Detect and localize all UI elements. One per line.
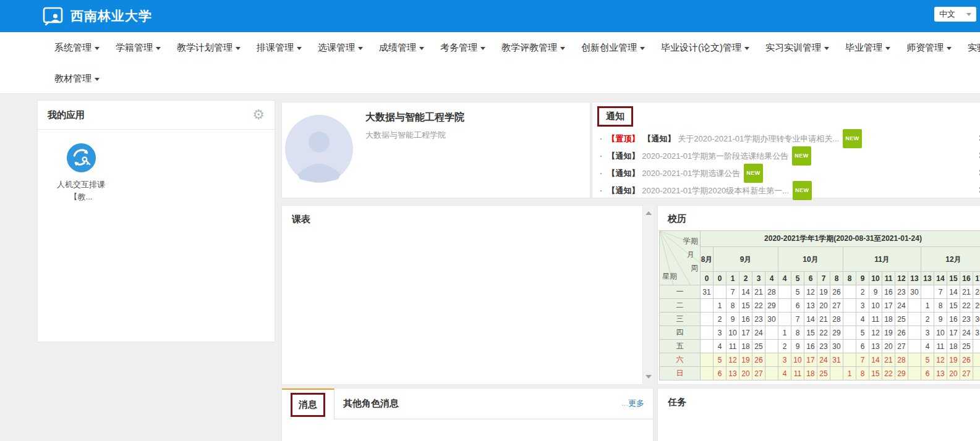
notice-item[interactable]: ·【通知】2020-2021-01学期选课公告NEW [600, 164, 980, 181]
date-cell: 29 [895, 367, 908, 380]
date-cell: 11 [869, 313, 882, 326]
annotation-box-notices: 通知 [597, 106, 633, 127]
date-cell: 22 [882, 367, 895, 380]
date-cell: 1 [778, 326, 791, 340]
calendar-corner-cell: 学期月周星期 [660, 231, 701, 285]
app-label: 人机交互排课 【教... [51, 178, 111, 203]
week-number-cell: 1 [726, 272, 739, 285]
date-cell: 25 [895, 313, 908, 326]
nav-item-教材管理[interactable]: 教材管理 [54, 73, 100, 85]
chevron-down-icon [885, 47, 890, 50]
notice-text: 2020-2021-01学期第一阶段选课结果公告 [642, 151, 788, 161]
month-header-10月: 10月 [778, 247, 843, 272]
notices-title: 通知 [606, 111, 624, 121]
nav-item-毕业设计(论文)管理[interactable]: 毕业设计(论文)管理 [661, 42, 749, 54]
nav-item-系统管理[interactable]: 系统管理 [54, 42, 100, 54]
chevron-down-icon [156, 47, 161, 50]
date-cell [830, 367, 843, 380]
week-number-cell: 4 [765, 272, 778, 285]
date-cell: 31 [830, 353, 843, 367]
date-cell: 12 [934, 353, 947, 367]
date-cell: 27 [895, 340, 908, 353]
date-cell: 10 [726, 326, 739, 340]
date-cell: 21 [752, 285, 765, 299]
gear-icon[interactable]: ⚙ [252, 109, 265, 121]
more-link[interactable]: ...更多 [621, 398, 644, 409]
weekday-label: 四 [660, 326, 701, 340]
date-cell [765, 367, 778, 380]
school-calendar-title: 校历 [668, 213, 980, 225]
nav-item-实验管理[interactable]: 实验管理 [968, 42, 980, 54]
date-cell [908, 299, 921, 313]
nav-item-学籍管理[interactable]: 学籍管理 [116, 42, 161, 54]
week-number-cell: 9 [856, 272, 869, 285]
date-cell: 3 [714, 326, 726, 340]
nav-item-label: 排课管理 [257, 42, 294, 54]
weekday-label: 五 [660, 340, 701, 353]
scroll-down-icon[interactable] [646, 375, 652, 379]
date-cell: 5 [856, 326, 869, 340]
date-cell: 6 [856, 340, 869, 353]
date-cell: 2 [714, 313, 726, 326]
nav-item-师资管理[interactable]: 师资管理 [906, 42, 952, 54]
nav-item-选课管理[interactable]: 选课管理 [318, 42, 363, 54]
date-cell [843, 299, 856, 313]
date-cell: 8 [791, 326, 804, 340]
date-cell [843, 285, 856, 299]
nav-item-排课管理[interactable]: 排课管理 [257, 42, 302, 54]
nav-item-毕业管理[interactable]: 毕业管理 [845, 42, 890, 54]
date-cell: 21 [817, 313, 830, 326]
date-cell: 28 [830, 313, 843, 326]
tab-other-role-messages[interactable]: 其他角色消息 [334, 388, 407, 419]
date-cell: 6 [791, 299, 804, 313]
chevron-down-icon [95, 78, 100, 81]
weekday-label: 二 [660, 299, 701, 313]
nav-item-实习实训管理[interactable]: 实习实训管理 [765, 42, 829, 54]
nav-item-创新创业管理[interactable]: 创新创业管理 [581, 42, 645, 54]
date-cell: 5 [714, 353, 726, 367]
nav-item-教学计划管理[interactable]: 教学计划管理 [177, 42, 241, 54]
language-selector[interactable]: 中文 [934, 7, 976, 22]
nav-row-1: 系统管理学籍管理教学计划管理排课管理选课管理成绩管理考务管理教学评教管理创新创业… [0, 32, 980, 63]
calendar-day-row-六: 六512192631017243171421285121926 [660, 353, 980, 367]
date-cell: 30 [765, 313, 778, 326]
date-cell: 23 [817, 340, 830, 353]
date-cell [778, 299, 791, 313]
nav-item-考务管理[interactable]: 考务管理 [440, 42, 485, 54]
nav-item-label: 师资管理 [906, 42, 944, 54]
nav-item-教学评教管理[interactable]: 教学评教管理 [501, 42, 565, 54]
date-cell [778, 313, 791, 326]
app-tile-scheduling[interactable]: 人机交互排课 【教... [51, 143, 111, 203]
notice-item[interactable]: ·【通知】2020-2021-01学期第一阶段选课结果公告NEW [600, 146, 980, 164]
notice-list: ·【置顶】【通知】关于2020-2021-01学期办理转专业申请相关...NEW… [592, 129, 980, 198]
more-link-text: 更多 [628, 398, 644, 408]
date-cell: 31 [701, 285, 714, 299]
notice-item[interactable]: ·【通知】2020-2021-01学期2020级本科新生第一...NEW [600, 181, 980, 198]
week-number-cell: 4 [778, 272, 791, 285]
notice-item[interactable]: ·【置顶】【通知】关于2020-2021-01学期办理转专业申请相关...NEW [600, 129, 980, 146]
date-cell: 11 [791, 367, 804, 380]
date-cell [843, 340, 856, 353]
date-cell: 11 [726, 340, 739, 353]
timetable-scrollbar[interactable] [643, 205, 654, 385]
date-cell: 10 [934, 326, 947, 340]
chevron-down-icon [95, 47, 100, 50]
scroll-up-icon[interactable] [646, 211, 652, 215]
profile-panel: 大数据与智能工程学院 大数据与智能工程学院 [281, 102, 590, 198]
tab-messages[interactable]: 消息 [282, 388, 334, 419]
date-cell: 9 [934, 313, 947, 326]
date-cell: 5 [791, 285, 804, 299]
month-header-11月: 11月 [843, 247, 921, 272]
chevron-down-icon [824, 47, 829, 50]
date-cell [908, 326, 921, 340]
date-cell: 22 [960, 299, 973, 313]
date-cell: 7 [934, 285, 947, 299]
notice-tag-label: 【通知】 [643, 134, 675, 143]
date-cell: 1 [921, 299, 934, 313]
chevron-down-icon [640, 47, 645, 50]
date-cell: 14 [869, 353, 882, 367]
nav-item-成绩管理[interactable]: 成绩管理 [379, 42, 424, 54]
date-cell [765, 353, 778, 367]
date-cell: 5 [921, 353, 934, 367]
date-cell: 16 [882, 285, 895, 299]
